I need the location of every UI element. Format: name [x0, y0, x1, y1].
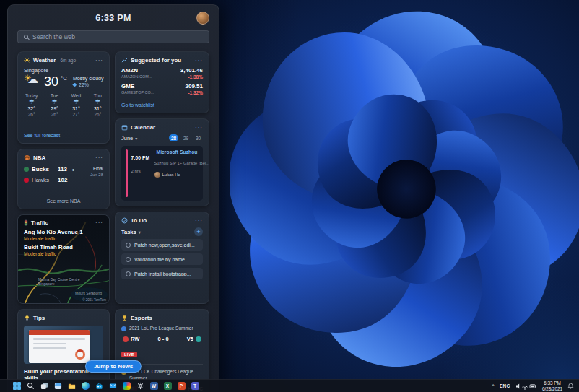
todo-widget[interactable]: To Do ··· Tasks▾ + Patch new,open,save,e…: [115, 212, 209, 304]
date-cell-selected[interactable]: 28: [169, 134, 178, 141]
taskbar-word-button[interactable]: W: [149, 381, 159, 391]
match-row[interactable]: RW 0 - 0 V5: [121, 336, 203, 342]
search-bar[interactable]: [17, 30, 209, 43]
forecast-day[interactable]: Today☂32°26°: [25, 93, 38, 117]
teams-icon: T: [191, 382, 199, 390]
esports-title: Esports: [131, 315, 152, 321]
game-status: Final: [93, 166, 103, 171]
more-options-icon[interactable]: ···: [195, 58, 203, 64]
taskbar-store-button[interactable]: [94, 381, 104, 391]
calendar-event[interactable]: 7:00 PM 2 hrs Microsoft Suzhou Toa... Su…: [121, 146, 203, 201]
basketball-icon: [24, 154, 30, 161]
more-options-icon[interactable]: ···: [195, 218, 203, 224]
traffic-light-icon: [24, 219, 28, 226]
search-icon: [27, 382, 35, 390]
system-tray: ^ ENG 6:33 PM 6/28/2021: [492, 380, 574, 392]
more-options-icon[interactable]: ···: [95, 58, 103, 64]
task-item[interactable]: Validation file by name: [121, 253, 203, 265]
taskbar-settings-button[interactable]: [135, 381, 145, 391]
gear-icon: [136, 382, 144, 390]
stock-row[interactable]: AMZNAMAZON.COM... 3,401.46-1.38%: [121, 67, 203, 79]
more-options-icon[interactable]: ···: [195, 125, 203, 131]
stocks-widget[interactable]: Suggested for you ··· AMZNAMAZON.COM... …: [115, 51, 209, 113]
tray-chevron-up-icon[interactable]: ^: [492, 383, 495, 389]
nba-team-row: Hawks 102: [24, 177, 82, 183]
date-cell[interactable]: 29: [181, 134, 191, 141]
stock-name: AMAZON.COM...: [121, 74, 152, 79]
taskbar-start-button[interactable]: [12, 381, 22, 391]
weather-precip: 22%: [73, 82, 103, 87]
stock-price: 3,401.46: [180, 67, 203, 74]
bucks-logo: [24, 167, 29, 172]
calendar-widget[interactable]: Calendar ··· June▾ 28 29 30: [115, 118, 209, 206]
taskbar-powerpoint-button[interactable]: P: [176, 381, 186, 391]
taskbar-excel-button[interactable]: X: [162, 381, 173, 391]
date-cell[interactable]: 30: [193, 134, 203, 141]
forecast-day[interactable]: Wed☂31°27°: [71, 93, 81, 117]
taskbar-mail-button[interactable]: [108, 381, 118, 391]
tips-widget[interactable]: Tips ··· Build your presentation skills: [17, 309, 110, 387]
see-full-forecast-link[interactable]: See full forecast: [24, 133, 103, 138]
weather-widget[interactable]: Weather 6m ago ··· Singapore ☀☁ 30 °C Mo…: [17, 51, 110, 144]
nba-team-row: Bucks 113 ◄: [24, 166, 82, 173]
nba-widget[interactable]: NBA ··· Bucks 113 ◄: [17, 149, 110, 209]
go-to-watchlist-link[interactable]: Go to watchlist: [121, 103, 203, 108]
taskbar-edge-button[interactable]: [80, 381, 90, 391]
map-label: Marina Bay Cruise Centre Singapore: [38, 277, 80, 287]
powerpoint-icon: P: [178, 382, 186, 390]
tray-time: 6:33 PM: [544, 380, 560, 386]
month-selector[interactable]: June▾: [121, 135, 137, 141]
league-name: 2021 LoL Pro League Summer: [129, 326, 193, 331]
tray-status-icons[interactable]: [515, 383, 537, 390]
mock-text-line: [33, 338, 85, 340]
sun-icon: [24, 57, 30, 64]
jump-to-news-button[interactable]: Jump to News: [85, 360, 142, 373]
tips-thumbnail[interactable]: [24, 326, 103, 364]
taskbar-search-button[interactable]: [25, 381, 35, 391]
stock-row[interactable]: GMEGAMESTOP CO... 209.51-1.32%: [121, 83, 203, 95]
trophy-icon: [121, 315, 128, 321]
taskbar-teams-button[interactable]: T: [190, 381, 200, 391]
task-checkbox[interactable]: [126, 271, 131, 276]
team-score: 113: [58, 166, 67, 173]
map-attribution: © 2021 TomTom: [82, 298, 106, 302]
taskbar-task-view-button[interactable]: [39, 381, 49, 391]
team-v5-logo: [196, 336, 201, 342]
language-indicator[interactable]: ENG: [500, 383, 510, 388]
task-list-label: Tasks: [121, 229, 136, 235]
tray-clock[interactable]: 6:33 PM 6/28/2021: [542, 380, 562, 392]
more-options-icon[interactable]: ···: [195, 315, 203, 321]
weather-updated: 6m ago: [60, 58, 76, 63]
task-list-selector[interactable]: Tasks▾: [121, 229, 141, 235]
user-avatar[interactable]: [196, 12, 209, 25]
tips-title: Tips: [33, 315, 45, 321]
weather-forecast: Today☂32°26° Tue☂29°26° Wed☂31°27° Thu☂3…: [24, 93, 103, 117]
taskbar-photos-button[interactable]: [121, 381, 131, 391]
event-duration: 2 hrs: [131, 169, 141, 173]
more-options-icon[interactable]: ···: [95, 155, 103, 161]
notification-bell-icon[interactable]: [567, 383, 574, 389]
folder-icon: [68, 382, 76, 390]
stock-change: -1.38%: [180, 74, 203, 79]
add-task-button[interactable]: +: [194, 227, 203, 236]
windows-bloom-wallpaper: [230, 0, 579, 377]
see-more-nba-link[interactable]: See more NBA: [24, 199, 103, 204]
task-text: Validation file by name: [134, 257, 185, 262]
task-item[interactable]: Patch new,open,save,edi...: [121, 239, 203, 251]
task-item[interactable]: Patch install bootstrapp...: [121, 268, 203, 279]
taskbar-widgets-button[interactable]: [53, 381, 63, 391]
task-checkbox[interactable]: [126, 257, 131, 262]
forecast-day[interactable]: Tue☂29°26°: [51, 93, 58, 117]
weather-unit: °C: [61, 75, 67, 82]
search-input[interactable]: [32, 33, 203, 40]
task-checkbox[interactable]: [126, 243, 131, 248]
map-label: Mount Serapong: [75, 291, 102, 295]
panel-time: 6:33 PM: [95, 13, 131, 23]
taskbar-pinned-apps: W X P T: [12, 381, 200, 391]
traffic-widget[interactable]: Traffic ··· Ang Mo Kio Avenue 1 Moderate…: [17, 214, 110, 304]
mail-icon: [109, 382, 117, 390]
forecast-day[interactable]: Thu☂31°26°: [94, 93, 102, 117]
taskbar-file-explorer-button[interactable]: [66, 381, 77, 391]
more-options-icon[interactable]: ···: [95, 220, 103, 226]
more-options-icon[interactable]: ···: [95, 315, 103, 321]
